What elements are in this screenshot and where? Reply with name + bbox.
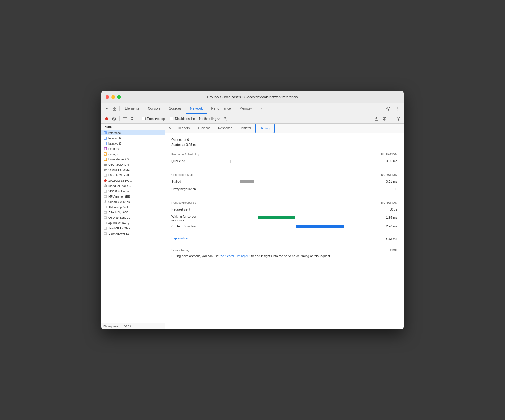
- more-icon[interactable]: [394, 105, 402, 112]
- explanation-row: Explanation 6.12 ms: [171, 236, 397, 241]
- cursor-icon[interactable]: [103, 105, 111, 112]
- row-duration: 0.61 ms: [376, 180, 397, 183]
- list-item[interactable]: # main.css: [101, 146, 165, 151]
- row-duration: 0.85 ms: [376, 159, 397, 163]
- svg-point-15: [398, 118, 399, 119]
- row-label: Stalled: [171, 180, 219, 183]
- list-item[interactable]: T latin.woff2: [101, 141, 165, 146]
- list-item[interactable]: IHvzbNUIrm2Mv...: [101, 226, 165, 231]
- list-item[interactable]: MPcVmmemtEE...: [101, 194, 165, 199]
- gray-icon: [103, 173, 107, 177]
- minimize-button[interactable]: [111, 95, 115, 99]
- svg-text:⚙: ⚙: [226, 120, 227, 121]
- svg-point-4: [388, 108, 389, 109]
- svg-text:T: T: [104, 143, 106, 145]
- tab-sources[interactable]: Sources: [165, 103, 186, 114]
- svg-rect-42: [104, 211, 107, 213]
- timing-row-queueing: Queueing 0.85 ms: [171, 158, 397, 164]
- devtools-actions: [385, 105, 402, 112]
- search-icon[interactable]: [129, 116, 136, 122]
- section-header: Connection Start DURATION: [171, 173, 397, 176]
- tab-elements[interactable]: Elements: [121, 103, 143, 114]
- inspect-icon[interactable]: [111, 105, 118, 112]
- detail-panel: × Headers Preview Response Initiator Tim…: [165, 124, 404, 329]
- svg-rect-38: [104, 190, 107, 192]
- tab-performance[interactable]: Performance: [207, 103, 235, 114]
- wifi-icon[interactable]: ⚙: [222, 116, 228, 122]
- svg-text:J: J: [104, 159, 105, 160]
- svg-point-6: [398, 108, 398, 109]
- clear-button[interactable]: [111, 116, 117, 122]
- timing-bar: [219, 160, 231, 163]
- list-item[interactable]: 2P2L80XfBoFW...: [101, 189, 165, 194]
- list-item[interactable]: reference/: [101, 130, 165, 135]
- tab-timing[interactable]: Timing: [255, 124, 275, 133]
- network-settings-icon[interactable]: [395, 116, 402, 122]
- list-item[interactable]: T latin.woff2: [101, 135, 165, 141]
- list-item[interactable]: AFacMOgv6D0...: [101, 210, 165, 215]
- preserve-log-checkbox[interactable]: Preserve log: [140, 117, 167, 121]
- maximize-button[interactable]: [117, 95, 121, 99]
- record-button[interactable]: [103, 116, 110, 122]
- gray-icon: [103, 232, 107, 235]
- settings-icon[interactable]: [385, 105, 392, 112]
- timing-row-waiting: Waiting for server response 1.85 ms: [171, 214, 397, 222]
- row-label: Proxy negotiation: [171, 187, 219, 191]
- svg-rect-34: [104, 174, 107, 176]
- toolbar-sep-3: [391, 116, 391, 121]
- svg-point-7: [398, 110, 398, 110]
- network-toolbar: Preserve log Disable cache No throttling…: [101, 114, 404, 124]
- explanation-link[interactable]: Explanation: [171, 237, 188, 240]
- tab-network[interactable]: Network: [186, 103, 207, 114]
- filter-icon[interactable]: [122, 116, 128, 122]
- sidebar-header: Name: [101, 124, 165, 130]
- font-icon: T: [103, 142, 107, 145]
- bar-area: [219, 207, 376, 212]
- row-duration: 2.76 ms: [376, 225, 397, 228]
- list-item[interactable]: U5OHzQL4tEKF...: [101, 162, 165, 167]
- svg-rect-32: [104, 169, 107, 171]
- toolbar-right: [373, 116, 402, 122]
- tab-initiator[interactable]: Initiator: [237, 124, 255, 133]
- list-item[interactable]: h90CtfziXluvh1L...: [101, 173, 165, 178]
- tab-preview[interactable]: Preview: [194, 124, 214, 133]
- svg-rect-41: [104, 206, 107, 208]
- list-item[interactable]: O2sIJEHG9avK...: [101, 167, 165, 173]
- tab-headers[interactable]: Headers: [173, 124, 194, 133]
- list-item[interactable]: QTDnaY32hLDi...: [101, 215, 165, 220]
- list-item[interactable]: ⊗ MadqZsIZpo1sj...: [101, 183, 165, 189]
- disable-cache-checkbox[interactable]: Disable cache: [168, 117, 197, 121]
- svg-line-10: [113, 118, 115, 120]
- timing-content: Queued at 0 Started at 0.85 ms Resource …: [165, 133, 404, 329]
- tab-response[interactable]: Response: [214, 124, 237, 133]
- img-icon: [103, 168, 107, 172]
- list-item[interactable]: J base-element-3...: [101, 157, 165, 162]
- tab-more[interactable]: »: [256, 103, 267, 114]
- list-item[interactable]: TRFujw0pi0nHF...: [101, 204, 165, 210]
- main-content: Name reference/ T latin.woff2: [101, 124, 404, 329]
- section-header: Resource Scheduling DURATION: [171, 153, 397, 156]
- list-item[interactable]: 9gzXiTYY0nZzB...: [101, 199, 165, 204]
- throttle-dropdown[interactable]: No throttling: [198, 117, 221, 121]
- list-item[interactable]: J main.js: [101, 151, 165, 157]
- tab-memory[interactable]: Memory: [235, 103, 256, 114]
- upload-icon[interactable]: [373, 116, 380, 122]
- svg-rect-3: [115, 109, 116, 110]
- gray-icon: [103, 211, 107, 214]
- tab-console[interactable]: Console: [143, 103, 165, 114]
- row-duration: 1.85 ms: [376, 215, 397, 220]
- list-item[interactable]: VSk4XiLkW8TZ: [101, 231, 165, 236]
- download-icon[interactable]: [381, 116, 388, 122]
- close-button[interactable]: [106, 95, 109, 99]
- list-item[interactable]: 20E6CLcSzNV2...: [101, 178, 165, 183]
- duration-label: DURATION: [381, 153, 397, 156]
- svg-point-8: [105, 117, 108, 120]
- server-timing-api-link[interactable]: the Server Timing API: [220, 254, 250, 258]
- gear-icon: [103, 200, 107, 204]
- list-item[interactable]: 4pIMBj7zOAk1y...: [101, 220, 165, 226]
- close-panel-button[interactable]: ×: [167, 125, 173, 132]
- svg-rect-39: [104, 195, 107, 198]
- gray-icon: [103, 226, 107, 230]
- svg-rect-45: [104, 227, 107, 229]
- row-label: Queueing: [171, 159, 219, 163]
